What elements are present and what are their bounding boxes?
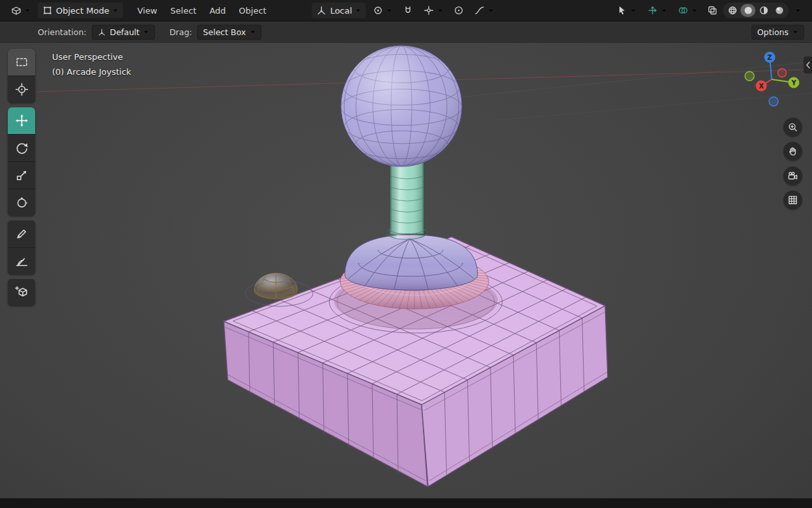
blender-window: Object Mode View Select Add Object Local: [0, 0, 812, 508]
xray-toggle[interactable]: [704, 3, 721, 18]
chevron-down-icon: [795, 8, 801, 13]
orientation-select[interactable]: Default: [92, 25, 156, 40]
shading-rendered-button[interactable]: [772, 4, 787, 17]
object-mode-icon: [42, 5, 53, 16]
material-sphere-icon: [759, 5, 769, 16]
editor-3d-viewport-icon: [11, 5, 21, 16]
toolbar-group-transform: [8, 107, 35, 216]
tool-add-cube[interactable]: [8, 279, 35, 306]
mode-dropdown[interactable]: Object Mode: [38, 3, 123, 18]
chevron-left-icon: [805, 61, 811, 69]
header-right-cluster: [612, 3, 805, 18]
pivot-point-dropdown[interactable]: [368, 3, 397, 18]
gizmo-z-label: Z: [767, 54, 772, 61]
drag-select-value: Select Box: [203, 27, 246, 37]
overlays-icon: [678, 5, 688, 16]
mode-label: Object Mode: [56, 6, 109, 16]
orientation-select-value: Default: [110, 27, 140, 37]
orientation-label: Orientation:: [38, 27, 87, 37]
magnet-icon: [403, 5, 413, 16]
options-dropdown[interactable]: Options: [751, 25, 804, 40]
shading-solid-button[interactable]: [740, 4, 755, 17]
tool-scale[interactable]: [8, 162, 35, 189]
chevron-down-icon: [488, 8, 494, 13]
camera-view-button[interactable]: [783, 167, 802, 185]
proportional-falloff-dropdown[interactable]: [470, 3, 498, 18]
chevron-down-icon: [630, 8, 636, 13]
menu-object[interactable]: Object: [232, 3, 273, 18]
joystick-dome[interactable]: [345, 235, 478, 290]
drag-select[interactable]: Select Box: [197, 25, 262, 40]
base-button[interactable]: [254, 273, 298, 300]
gizmo-axis-neg-z[interactable]: [769, 97, 778, 106]
tool-cursor[interactable]: [8, 76, 35, 103]
gizmos-toggle-dropdown[interactable]: [643, 3, 671, 18]
tool-measure[interactable]: [8, 248, 35, 274]
perspective-toggle-button[interactable]: [783, 191, 802, 209]
snap-with-dropdown[interactable]: [419, 3, 448, 18]
snap-toggle[interactable]: [399, 3, 416, 18]
tool-settings-bar: Orientation: Default Drag: Select Box Op…: [0, 21, 812, 42]
annotate-pen-icon: [15, 227, 29, 241]
gizmo-axis-neg-x[interactable]: [778, 69, 787, 77]
chevron-down-icon: [437, 8, 443, 13]
sidebar-toggle[interactable]: [804, 57, 812, 74]
toolbar-group-select: [8, 49, 35, 103]
tool-rotate[interactable]: [8, 135, 35, 161]
hand-icon: [787, 146, 798, 157]
drag-label: Drag:: [169, 27, 192, 37]
shading-wireframe-button[interactable]: [725, 4, 740, 17]
gizmo-x-label: X: [759, 83, 764, 90]
pan-button[interactable]: [783, 142, 802, 161]
proportional-editing-toggle[interactable]: [450, 3, 467, 18]
orientation-value-label: Local: [330, 6, 352, 16]
solid-sphere-icon: [743, 5, 753, 16]
proportional-circle-icon: [453, 5, 464, 16]
object-type-visibility-dropdown[interactable]: [612, 3, 641, 18]
scene-canvas[interactable]: [0, 42, 812, 498]
select-box-icon: [15, 55, 29, 69]
orientation-default-icon: [98, 28, 106, 36]
move-icon: [15, 114, 29, 127]
falloff-curve-icon: [474, 5, 485, 16]
tool-annotate[interactable]: [8, 221, 35, 247]
3d-viewport[interactable]: User Perspective (0) Arcade Joystick: [0, 42, 812, 498]
overlays-toggle-dropdown[interactable]: [673, 3, 702, 18]
snap-target-icon: [424, 5, 434, 16]
orientation-axes-icon: [316, 5, 327, 16]
shading-options-dropdown[interactable]: [791, 3, 805, 18]
options-label: Options: [757, 27, 789, 37]
zoom-button[interactable]: [783, 118, 802, 137]
cursor-icon: [15, 83, 29, 96]
joystick-ball[interactable]: [341, 46, 462, 167]
shading-material-button[interactable]: [756, 4, 771, 17]
chevron-down-icon: [25, 8, 31, 13]
header-menus: View Select Add Object: [131, 3, 273, 18]
toolbar-group-add: [8, 279, 35, 306]
navigation-gizmo[interactable]: Z X Y: [739, 46, 807, 113]
wireframe-sphere-icon: [727, 5, 738, 16]
chevron-down-icon: [113, 8, 118, 13]
viewport-header: Object Mode View Select Add Object Local: [0, 0, 812, 21]
menu-add[interactable]: Add: [203, 3, 232, 18]
add-cube-icon: [15, 286, 29, 299]
grid-icon: [787, 194, 798, 206]
menu-select[interactable]: Select: [164, 3, 203, 18]
chevron-down-icon: [355, 8, 361, 13]
tool-select-box[interactable]: [8, 49, 35, 75]
tool-transform[interactable]: [8, 189, 35, 216]
menu-view[interactable]: View: [131, 3, 164, 18]
chevron-down-icon: [250, 30, 256, 34]
editor-type-dropdown[interactable]: [7, 3, 35, 18]
chevron-down-icon: [792, 30, 798, 34]
gizmo-y-label: Y: [791, 79, 796, 87]
gizmos-icon: [647, 5, 658, 16]
tool-move[interactable]: [8, 107, 35, 134]
gizmo-axis-neg-y[interactable]: [745, 72, 754, 81]
chevron-down-icon: [143, 30, 149, 34]
camera-icon: [787, 170, 798, 181]
transform-orientation-dropdown[interactable]: Local: [312, 3, 366, 18]
chevron-down-icon: [692, 8, 697, 13]
pointer-icon: [617, 5, 627, 16]
chevron-down-icon: [661, 8, 667, 13]
